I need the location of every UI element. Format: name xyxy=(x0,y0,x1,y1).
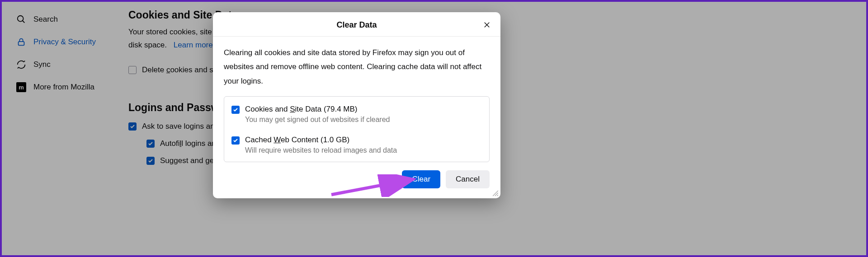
svg-line-7 xyxy=(497,195,498,196)
home-icon xyxy=(16,0,26,2)
resize-grip-icon[interactable] xyxy=(492,190,499,196)
option-cookies-label: Cookies and Site Data (79.4 MB) xyxy=(245,105,390,114)
option-cookies[interactable]: Cookies and Site Data (79.4 MB) You may … xyxy=(231,100,483,128)
close-button[interactable] xyxy=(481,19,493,31)
dialog-description: Clearing all cookies and site data store… xyxy=(224,46,490,88)
cancel-button[interactable]: Cancel xyxy=(446,170,490,188)
option-cookies-checkbox[interactable] xyxy=(231,106,240,114)
option-cache[interactable]: Cached Web Content (1.0 GB) Will require… xyxy=(231,131,483,159)
clear-button[interactable]: Clear xyxy=(402,170,440,188)
option-cache-sub: Will require websites to reload images a… xyxy=(245,146,397,154)
option-cache-checkbox[interactable] xyxy=(231,136,240,145)
sidebar-item-label: Home xyxy=(33,0,54,1)
dialog-options-group: Cookies and Site Data (79.4 MB) You may … xyxy=(224,96,490,162)
dialog-title: Clear Data xyxy=(213,20,500,30)
clear-data-dialog: Clear Data Clearing all cookies and site… xyxy=(213,12,500,198)
option-cache-label: Cached Web Content (1.0 GB) xyxy=(245,136,397,145)
option-cookies-sub: You may get signed out of websites if cl… xyxy=(245,116,390,124)
